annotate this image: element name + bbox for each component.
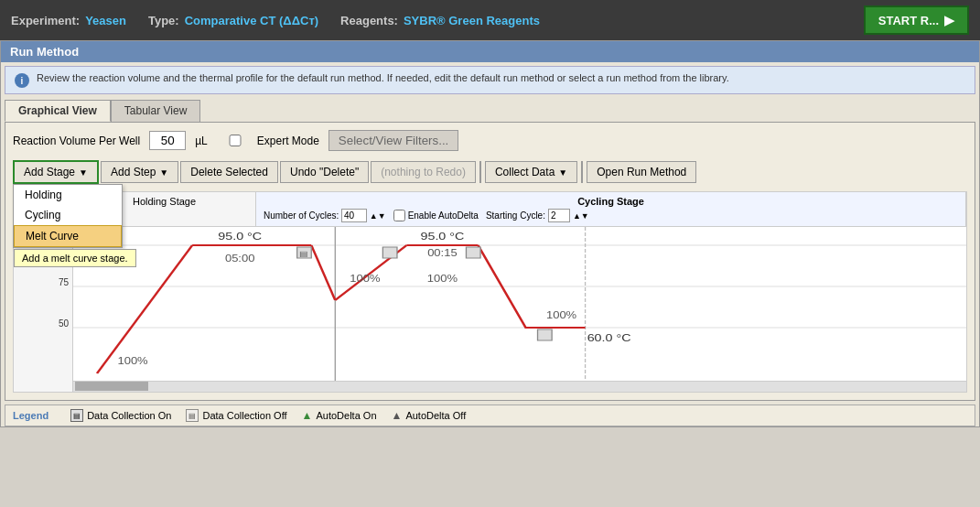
stage-area: Holding Stage Cycling Stage Number of Cy… bbox=[13, 191, 967, 393]
autodelta-on-icon: ▲ bbox=[302, 409, 313, 422]
tab-content: Reaction Volume Per Well 50 µL Expert Mo… bbox=[5, 122, 975, 401]
delete-selected-button[interactable]: Delete Selected bbox=[180, 161, 278, 183]
collect-data-arrow-icon: ▼ bbox=[558, 167, 567, 178]
y-label-75: 75 bbox=[59, 277, 69, 287]
tab-tabular[interactable]: Tabular View bbox=[111, 100, 200, 122]
legend-item-on: ▤ Data Collection On bbox=[70, 409, 171, 422]
experiment-info: Experiment: Yeasen bbox=[11, 14, 126, 27]
scroll-bar[interactable] bbox=[73, 381, 966, 392]
reagents-label: Reagents: bbox=[340, 14, 398, 27]
svg-text:05:00: 05:00 bbox=[225, 254, 255, 264]
svg-text:60.0 °C: 60.0 °C bbox=[587, 332, 631, 344]
data-collection-on-icon: ▤ bbox=[70, 409, 83, 422]
svg-text:100%: 100% bbox=[427, 274, 458, 284]
starting-cycle-row: Starting Cycle: ▲▼ bbox=[486, 209, 589, 222]
y-label-50: 50 bbox=[59, 318, 69, 329]
autodelta-checkbox-label[interactable]: Enable AutoDelta bbox=[393, 209, 479, 222]
expert-mode-label[interactable]: Expert Mode bbox=[217, 135, 319, 147]
svg-text:00:15: 00:15 bbox=[427, 248, 458, 258]
svg-text:100%: 100% bbox=[546, 310, 576, 320]
svg-rect-15 bbox=[466, 247, 480, 258]
add-step-button[interactable]: Add Step ▼ bbox=[101, 161, 178, 183]
scroll-thumb[interactable] bbox=[75, 382, 148, 391]
toolbar: Add Stage ▼ Holding Cycling Melt Curve bbox=[13, 160, 967, 184]
add-step-arrow-icon: ▼ bbox=[159, 167, 168, 178]
svg-rect-16 bbox=[538, 329, 553, 340]
graph-content: 95.0 °C 05:00 100% ▤ 95.0 °C 00:15 100% … bbox=[73, 227, 966, 392]
add-stage-menu: Holding Cycling Melt Curve Add a melt cu… bbox=[13, 184, 123, 248]
view-tabs: Graphical View Tabular View bbox=[5, 100, 975, 122]
cycles-row: Number of Cycles: ▲▼ bbox=[264, 209, 386, 222]
svg-text:▤: ▤ bbox=[299, 250, 308, 258]
cycling-stage-header: Cycling Stage Number of Cycles: ▲▼ Enabl… bbox=[256, 192, 966, 226]
select-view-filters-button[interactable]: Select/View Filters... bbox=[328, 130, 459, 151]
cycling-controls: Number of Cycles: ▲▼ Enable AutoDelta St… bbox=[264, 209, 958, 222]
reagents-value: SYBR® Green Reagents bbox=[404, 14, 540, 27]
type-info: Type: Comparative CT (ΔΔCт) bbox=[148, 14, 318, 27]
starting-cycle-input[interactable] bbox=[548, 209, 570, 222]
reaction-volume-row: Reaction Volume Per Well 50 µL Expert Mo… bbox=[13, 130, 967, 151]
data-collection-off-icon: ▤ bbox=[186, 409, 199, 422]
add-stage-melt-curve[interactable]: Melt Curve bbox=[14, 225, 122, 247]
graph-svg: 95.0 °C 05:00 100% ▤ 95.0 °C 00:15 100% … bbox=[73, 227, 966, 392]
starting-cycle-spinner[interactable]: ▲▼ bbox=[573, 211, 589, 221]
add-stage-cycling[interactable]: Cycling bbox=[14, 205, 122, 225]
legend: Legend ▤ Data Collection On ▤ Data Colle… bbox=[5, 405, 975, 426]
add-stage-dropdown-container[interactable]: Add Stage ▼ Holding Cycling Melt Curve bbox=[13, 160, 99, 184]
header: Experiment: Yeasen Type: Comparative CT … bbox=[0, 0, 980, 40]
legend-item-autodelta-off: ▲ AutoDelta Off bbox=[392, 409, 467, 422]
info-bar: i Review the reaction volume and the the… bbox=[5, 66, 975, 94]
stage-headers: Holding Stage Cycling Stage Number of Cy… bbox=[14, 192, 966, 227]
graph-area: 100 75 50 bbox=[14, 227, 966, 392]
experiment-value: Yeasen bbox=[85, 14, 126, 27]
enable-autodelta-checkbox[interactable] bbox=[393, 210, 405, 221]
svg-text:100%: 100% bbox=[350, 274, 380, 284]
tab-graphical[interactable]: Graphical View bbox=[5, 100, 111, 122]
svg-text:95.0 °C: 95.0 °C bbox=[218, 231, 262, 243]
cycles-input[interactable] bbox=[341, 209, 367, 222]
autodelta-off-label: AutoDelta Off bbox=[405, 410, 466, 421]
type-value: Comparative CT (ΔΔCт) bbox=[185, 14, 318, 27]
experiment-label: Experiment: bbox=[11, 14, 80, 27]
data-collection-on-label: Data Collection On bbox=[87, 410, 171, 421]
autodelta-on-label: AutoDelta On bbox=[316, 410, 376, 421]
reaction-volume-input[interactable]: 50 bbox=[149, 131, 186, 150]
legend-item-autodelta-on: ▲ AutoDelta On bbox=[302, 409, 377, 422]
legend-title: Legend bbox=[13, 410, 48, 421]
type-label: Type: bbox=[148, 14, 179, 27]
redo-button[interactable]: (nothing to Redo) bbox=[371, 161, 476, 183]
panel-title: Run Method bbox=[1, 41, 979, 62]
toolbar-separator bbox=[479, 161, 481, 183]
start-arrow-icon: ▶ bbox=[944, 13, 954, 27]
reagents-info: Reagents: SYBR® Green Reagents bbox=[340, 14, 540, 27]
add-stage-holding[interactable]: Holding bbox=[14, 185, 122, 205]
start-run-button[interactable]: START R... ▶ bbox=[864, 5, 969, 35]
svg-rect-14 bbox=[382, 247, 397, 258]
expert-mode-checkbox[interactable] bbox=[217, 135, 253, 146]
open-run-method-button[interactable]: Open Run Method bbox=[587, 161, 696, 183]
svg-text:95.0 °C: 95.0 °C bbox=[420, 231, 464, 243]
add-stage-arrow-icon: ▼ bbox=[79, 167, 88, 178]
collect-data-button[interactable]: Collect Data ▼ bbox=[485, 161, 577, 183]
info-icon: i bbox=[15, 73, 29, 88]
data-collection-off-label: Data Collection Off bbox=[202, 410, 286, 421]
run-method-panel: Run Method i Review the reaction volume … bbox=[0, 40, 980, 427]
toolbar-separator-2 bbox=[581, 161, 583, 183]
add-stage-button[interactable]: Add Stage ▼ bbox=[13, 160, 99, 184]
undo-button[interactable]: Undo "Delete" bbox=[280, 161, 369, 183]
svg-text:100%: 100% bbox=[117, 356, 147, 366]
reaction-volume-label: Reaction Volume Per Well bbox=[13, 135, 140, 147]
melt-curve-tooltip: Add a melt curve stage. bbox=[14, 249, 136, 267]
info-text: Review the reaction volume and the therm… bbox=[37, 72, 729, 83]
reaction-volume-unit: µL bbox=[195, 135, 208, 147]
cycles-spinner[interactable]: ▲▼ bbox=[370, 211, 386, 221]
legend-item-off: ▤ Data Collection Off bbox=[186, 409, 286, 422]
autodelta-off-icon: ▲ bbox=[392, 409, 403, 422]
